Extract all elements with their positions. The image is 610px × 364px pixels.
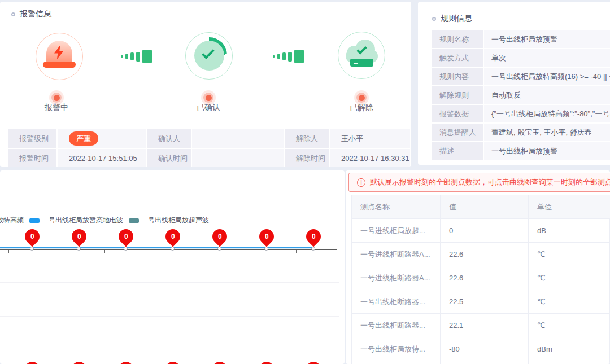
notice-text: 默认展示报警时刻的全部测点数据，可点击曲线图查询某一时刻的全部测点数据 — [370, 177, 610, 187]
point-value-cell: 22.6 — [441, 243, 529, 266]
alarm-level-value: 严重 — [58, 129, 146, 148]
data-point-symbol[interactable] — [124, 247, 128, 251]
data-point-symbol[interactable] — [171, 247, 175, 251]
alarm-level-label: 报警级别 — [8, 129, 56, 148]
alarm-info-panel: 报警信息 报警中 已确认 已解除 报警级别 严重 确认人 — 解除人 王小平 报… — [0, 2, 411, 167]
resolve-time-label: 解除时间 — [285, 149, 329, 167]
confirm-time-label: 确认时间 — [147, 149, 191, 167]
point-unit-cell: ℃ — [529, 266, 610, 290]
alarm-pin-marker[interactable]: 0 — [116, 359, 137, 364]
point-value-cell — [441, 361, 529, 364]
confirmer-label: 确认人 — [147, 129, 191, 148]
alarm-pin-marker[interactable]: 0 — [303, 359, 324, 364]
point-unit-cell: ℃ — [529, 290, 610, 314]
alarm-pin-marker[interactable]: 0 — [256, 226, 277, 247]
x-axis-line — [0, 249, 337, 250]
alarm-pin-marker[interactable]: 0 — [69, 226, 90, 247]
step-label-alarming: 报警中 — [34, 103, 79, 113]
data-point-symbol[interactable] — [311, 247, 315, 251]
data-point-symbol[interactable] — [217, 247, 221, 251]
rule-label: 规则名称 — [432, 30, 483, 48]
pie-check-icon — [185, 32, 233, 80]
resolve-time-value: 2022-10-17 16:30:31 — [330, 149, 410, 167]
step-label-resolved: 已解除 — [339, 103, 384, 113]
alarm-detail-page: { "alarm_panel": { "title": "报警信息", "ste… — [0, 0, 610, 364]
siren-icon — [36, 33, 83, 80]
point-name-cell: 一号出线柜局放特... — [352, 337, 441, 361]
alarm-pin-marker[interactable]: 0 — [256, 359, 277, 364]
pin-value-label: 0 — [124, 233, 128, 240]
pin-value-label: 0 — [171, 233, 175, 240]
point-value-cell: 22.1 — [441, 314, 529, 337]
rule-value: 一号出线柜局放预警 — [484, 142, 610, 160]
siren-base-shape — [43, 62, 76, 68]
rule-value: 单次 — [484, 49, 610, 67]
alarm-pin-marker[interactable]: 0 — [22, 226, 43, 247]
flow-arrow-icon — [273, 50, 304, 63]
chart-plot-area[interactable]: 0000000 0000000 — [0, 170, 345, 364]
measuring-points-panel: i 默认展示报警时刻的全部测点数据，可点击曲线图查询某一时刻的全部测点数据 测点… — [346, 170, 610, 364]
gridline — [0, 349, 339, 349]
rule-panel-title: 规则信息 — [432, 14, 472, 24]
point-name-cell — [352, 361, 441, 364]
point-name-cell: 一号进线柜局放超... — [352, 219, 441, 243]
data-point-symbol[interactable] — [30, 247, 34, 251]
rule-detail-table: 规则名称 一号出线柜局放预警 触发方式 单次 规则内容 一号出线柜局放特高频(1… — [432, 30, 610, 160]
point-unit-cell: ℃ — [529, 243, 610, 266]
point-unit-cell — [529, 361, 610, 364]
rule-panel-title-text: 规则信息 — [441, 14, 472, 24]
x-axis-tick — [201, 250, 201, 253]
x-axis-tick — [8, 250, 9, 253]
resolver-label: 解除人 — [285, 129, 329, 148]
alarm-pin-marker[interactable]: 0 — [303, 226, 324, 247]
point-value-cell: 22.5 — [441, 290, 529, 314]
x-axis-tick — [104, 250, 105, 253]
severity-badge: 严重 — [69, 131, 98, 146]
rule-label: 规则内容 — [432, 68, 483, 85]
info-icon: i — [357, 178, 365, 187]
pin-value-label: 0 — [265, 233, 269, 240]
gridline — [0, 316, 339, 317]
step-label-confirmed: 已确认 — [186, 103, 231, 113]
rule-label: 描述 — [432, 142, 483, 160]
rule-label: 消息提醒人 — [432, 124, 483, 141]
point-unit-cell: dB — [529, 219, 610, 243]
points-table: 测点名称 值 单位 一号进线柜局放超... 0 dB 一号进线柜断路器A... … — [351, 195, 610, 364]
alarm-pin-marker[interactable]: 0 — [163, 226, 184, 247]
alarm-detail-table: 报警级别 严重 确认人 — 解除人 王小平 报警时间 2022-10-17 15… — [8, 129, 404, 167]
column-header-name: 测点名称 — [352, 195, 441, 219]
alarm-pin-marker[interactable]: 0 — [163, 359, 184, 364]
pin-value-label: 0 — [30, 233, 34, 240]
rule-value: {"一号出线柜局放特高频":"-80","一号出... — [484, 105, 610, 122]
data-point-symbol[interactable] — [77, 247, 81, 251]
confirm-time-value: — — [192, 149, 284, 167]
x-axis-tick — [296, 250, 297, 253]
alarm-pin-marker[interactable]: 0 — [22, 359, 43, 364]
confirmer-value: — — [192, 129, 284, 148]
alarm-pin-marker[interactable]: 0 — [116, 226, 137, 247]
pin-value-label: 0 — [218, 233, 222, 240]
rule-info-panel: 规则信息 规则名称 一号出线柜局放预警 触发方式 单次 规则内容 一号出线柜局放… — [418, 2, 610, 165]
rule-label: 解除规则 — [432, 86, 483, 104]
title-bullet-icon — [11, 12, 15, 16]
rule-value: 一号出线柜局放预警 — [484, 30, 610, 48]
data-point-symbol[interactable] — [264, 247, 268, 251]
flow-arrow-icon — [121, 50, 152, 63]
alarm-pin-marker[interactable]: 0 — [210, 226, 230, 247]
rule-label: 触发方式 — [432, 49, 483, 67]
alarm-panel-title-text: 报警信息 — [20, 9, 51, 19]
title-bullet-icon — [432, 17, 436, 21]
point-name-cell: 一号出线柜断路器... — [352, 314, 441, 337]
rule-label: 报警数据 — [432, 105, 483, 122]
alarm-pin-marker[interactable]: 0 — [69, 359, 90, 364]
point-unit-cell: dBm — [529, 337, 610, 361]
pin-value-label: 0 — [77, 233, 81, 240]
notice-banner: i 默认展示报警时刻的全部测点数据，可点击曲线图查询某一时刻的全部测点数据 — [348, 173, 610, 192]
alarm-pin-marker[interactable]: 0 — [210, 359, 230, 364]
trend-chart-panel[interactable]: 一号出线柜局放特高频 一号出线柜局放暂态地电波 一号出线柜局放超声波 00000… — [0, 170, 345, 364]
rule-value: 一号出线柜局放特高频(16) >= -40 || 一... — [484, 68, 610, 85]
point-value-cell: -80 — [441, 337, 529, 361]
cloud-check-icon — [338, 32, 385, 79]
point-name-cell: 一号进线柜断路器A... — [352, 266, 441, 290]
point-unit-cell: ℃ — [529, 314, 610, 337]
